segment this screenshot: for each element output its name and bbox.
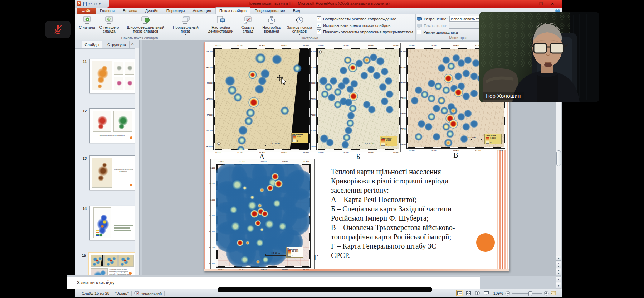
ribbon-tab-1[interactable]: Файл: [77, 8, 96, 14]
ribbon-tab-7[interactable]: Показ слайдов: [215, 7, 250, 14]
neatline: [399, 48, 400, 150]
set-up-slideshow-button[interactable]: Настройка демонстрации: [204, 15, 237, 33]
slide-thumbnail-11[interactable]: [89, 59, 136, 93]
separator: [131, 291, 132, 296]
slideshow-view-button[interactable]: [483, 290, 490, 296]
checkbox-label: Воспроизвести речевое сопровождение: [323, 17, 396, 21]
mini-blob: [102, 66, 107, 71]
fit-to-window-icon[interactable]: [551, 291, 556, 295]
tab-outline[interactable]: Структура: [104, 41, 130, 48]
slide-text-block[interactable]: Теплові карти щільності населенняКриворі…: [331, 167, 469, 260]
reading-view-button[interactable]: [474, 290, 481, 296]
neatline: [317, 48, 400, 49]
broadcast-slideshow-button[interactable]: Широковещательный показ слайдов: [122, 15, 170, 33]
ribbon-tab-4[interactable]: Дизайн: [142, 8, 162, 14]
mini-blob: [112, 257, 116, 260]
from-beginning-button[interactable]: С начала: [77, 15, 97, 29]
ribbon-group-setup: Настройка демонстрации 15 Скрыть слайд: [203, 14, 416, 40]
next-slide-button[interactable]: ▼▼: [556, 269, 561, 275]
heat-blob: [258, 77, 267, 85]
heat-blob: [259, 187, 265, 193]
slide-thumbnail-14[interactable]: [89, 206, 136, 240]
ribbon-tab-9[interactable]: Вид: [289, 8, 304, 14]
scroll-up-icon[interactable]: ▲: [556, 277, 561, 282]
theme-dot: [130, 136, 132, 139]
slide-thumbnail-12[interactable]: Щільність доріг міста Кривий Ріг: [89, 108, 136, 143]
button-label: С текущего слайда: [98, 25, 120, 33]
y-axis-tick: 48.200: [309, 51, 316, 53]
previous-slide-button[interactable]: ▲▲: [556, 262, 561, 268]
mini-blob: [101, 225, 104, 228]
rehearse-timings-button[interactable]: Настройка времени: [259, 15, 284, 33]
mini-blob: [107, 263, 110, 266]
ribbon-tab-6[interactable]: Анимация: [189, 8, 215, 14]
theme-orange-circle[interactable]: [476, 233, 495, 252]
ribbon-tab-3[interactable]: Вставка: [119, 8, 141, 14]
scroll-down-icon[interactable]: ▼: [556, 256, 561, 261]
tiny-text-line: [114, 227, 130, 229]
ribbon-tab-5[interactable]: Переходы: [163, 8, 189, 14]
tab-slides[interactable]: Слайды: [82, 41, 102, 48]
zoom-in-icon[interactable]: [544, 291, 549, 296]
compass-star-icon: ✦: [217, 141, 221, 146]
y-axis-tick: 47.700: [206, 130, 213, 132]
minimize-button[interactable]: —: [525, 1, 535, 6]
record-slideshow-button[interactable]: Запись показа слайдов ▼: [284, 15, 314, 36]
setup-dialog-icon: [216, 15, 225, 25]
ribbon-tab-2[interactable]: Главная: [96, 8, 118, 14]
heat-blob: [229, 206, 238, 214]
panel-scrollbar[interactable]: ▼: [135, 48, 139, 289]
hide-slide-button[interactable]: 15 Скрыть слайд: [237, 15, 259, 33]
heat-blob: [240, 255, 249, 264]
scrollbar-thumb[interactable]: [556, 150, 561, 166]
neatline: [214, 149, 310, 150]
x-axis-tick: 33.800: [302, 160, 310, 163]
x-axis-tick: 33.600: [280, 268, 289, 270]
theme-dot: [130, 184, 132, 186]
map-scale-bar: 0 5 10 км: [461, 136, 482, 140]
mini-blob: [96, 259, 98, 262]
legend-min: 0: [490, 141, 496, 144]
checkbox-label: Использовать время показа слайдов: [323, 23, 390, 28]
mini-blob: [98, 175, 104, 181]
ribbon-tab-8[interactable]: Рецензирование: [251, 8, 289, 14]
y-axis-tick: 48.200: [206, 51, 213, 53]
zoom-level: 109%: [493, 291, 503, 295]
slide-sorter-view-button[interactable]: [465, 290, 472, 296]
slide-text-line: Б – Спеціальна карта Західної частини: [331, 204, 469, 213]
x-axis-tick: 33.200: [238, 160, 247, 163]
spellcheck-icon[interactable]: [134, 291, 139, 295]
setup-checkbox-3[interactable]: ✓Показать элементы управления проигрыват…: [317, 29, 413, 34]
separator: [164, 291, 165, 296]
setup-checkbox-1[interactable]: ✓Воспроизвести речевое сопровождение: [317, 16, 413, 21]
close-button[interactable]: ✕: [547, 1, 557, 6]
zoom-slider[interactable]: [512, 291, 542, 296]
zoom-out-icon[interactable]: [505, 291, 510, 296]
zoom-slider-thumb[interactable]: [528, 291, 532, 296]
screen: P ↶ ↻ ▼ Презентация_вступ в ГТ - Microso…: [0, 0, 644, 298]
heat-blob: [447, 62, 455, 70]
slide-text-line: В – Оновлена Трьохверстова військово-: [331, 223, 469, 232]
heat-blob: [349, 105, 357, 112]
theme-name[interactable]: "Эркер": [115, 291, 129, 295]
heat-blob: [242, 185, 248, 191]
heat-blob: [462, 69, 470, 77]
mute-button[interactable]: [45, 21, 71, 38]
panel-close-icon[interactable]: ✕: [131, 42, 134, 46]
setup-checkbox-2[interactable]: ✓Использовать время показа слайдов: [317, 23, 413, 28]
slide-thumbnail-13[interactable]: Щільність перехресть міста Кривий Ріг: [89, 155, 136, 190]
maximize-button[interactable]: ❒: [536, 1, 546, 6]
language-indicator[interactable]: украинский: [141, 291, 162, 295]
scroll-down-icon[interactable]: ▼: [556, 283, 561, 288]
title-bar[interactable]: P ↶ ↻ ▼ Презентация_вступ в ГТ - Microso…: [75, 0, 562, 8]
from-current-slide-button[interactable]: С текущего слайда: [97, 15, 122, 33]
map-label-Б: Б: [316, 153, 400, 161]
normal-view-button[interactable]: [456, 290, 463, 296]
webcam-video[interactable]: Ігор Холошин: [479, 12, 599, 102]
heat-blob: [255, 85, 264, 94]
custom-slideshow-button[interactable]: Произвольный показ ▼: [170, 15, 202, 36]
heat-blob: [442, 86, 450, 94]
show-on-monitor-icon: [417, 24, 422, 28]
mini-blob: [102, 163, 107, 168]
dropdown-arrow-icon: ▼: [298, 33, 301, 36]
